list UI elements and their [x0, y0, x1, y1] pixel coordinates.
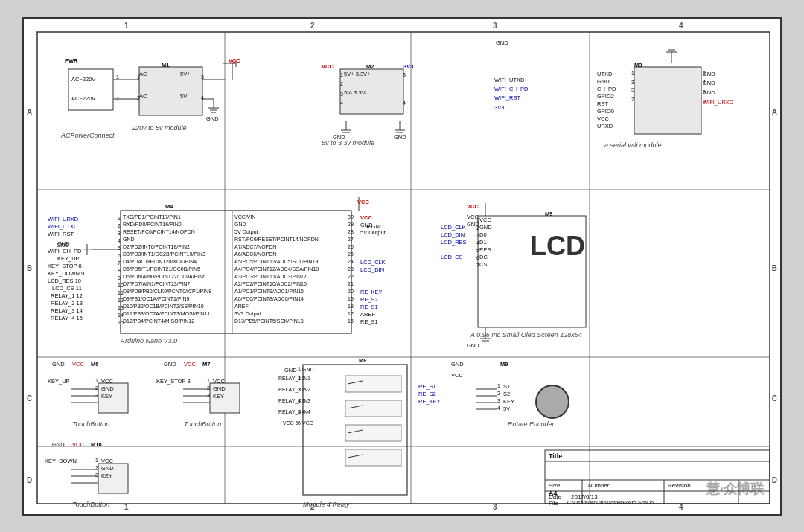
ard-d12: D12/PB4/PCINT4/MISO/PIN12 — [123, 318, 194, 324]
re-s1-out2: RE_S1 — [360, 318, 378, 325]
col-marker-1: 1 — [124, 22, 129, 30]
m1-ac2: AC — [139, 93, 147, 100]
ard-rp19: 19 — [348, 296, 354, 301]
m9-s2: S2 — [503, 391, 510, 397]
3v3-sig: 3V3 — [494, 104, 504, 111]
lcd-clk-l: LCD_CLK — [441, 224, 466, 231]
m3-vcc: VCC — [597, 115, 609, 122]
5v-ard-out: 5V Output — [360, 229, 386, 236]
m7-p3: 3 — [207, 393, 210, 398]
m2-5vp: 5V+ 3.3V+ — [344, 71, 370, 77]
lcd-vcc: VCC — [479, 217, 491, 223]
m7-p2: 2 — [207, 385, 210, 391]
m7-p1: 1 — [207, 378, 210, 383]
m8-pp6: 6 — [298, 420, 301, 426]
ard-rp18: 18 — [348, 304, 354, 309]
col-marker-bot-1: 1 — [124, 503, 129, 511]
gnd-b-dot: ● GND — [366, 223, 383, 230]
m3-gpio0: GPIO0 — [597, 108, 614, 115]
ard-p6: 6 — [118, 253, 121, 258]
revision-label: Revision — [668, 482, 691, 489]
file-value: C:\Users\arduinoMotherBoard.SchDo — [567, 500, 654, 505]
svg-rect-51 — [345, 376, 401, 392]
lcd-dc: DC — [479, 254, 488, 260]
row-marker-d: D — [27, 476, 32, 484]
ard-rp16: 16 — [348, 318, 354, 324]
re-s2-out: RE_S2 — [360, 296, 378, 303]
m2-p2: 2 — [340, 81, 343, 86]
gnd-m2r: GND — [394, 134, 406, 141]
ard-a2: A2/PC2/PCINT10/ADC2/PIN16 — [234, 281, 307, 286]
svg-point-63 — [536, 385, 569, 418]
ard-d13: D13/PB5/PCINT5/SCK/PIN13 — [234, 318, 304, 324]
relay4-b: RELAY_4 15 — [51, 315, 83, 321]
lcd-cs-b: LCD_CS 11 — [52, 285, 82, 292]
ac-section-label: ACPowerConnect — [61, 132, 115, 139]
ard-rp28: 28 — [348, 229, 354, 234]
m3-gnd3: GND — [703, 89, 715, 96]
date-value: 2017/6/13 — [571, 493, 598, 500]
relay3-b: RELAY_3 14 — [51, 307, 83, 314]
vcc-m6: VCC — [72, 361, 84, 368]
m9-p1: 1 — [497, 383, 500, 388]
m3-label: M3 — [634, 62, 642, 68]
ard-reset: RESET/PC6/PCINT14/NOPDN — [123, 229, 195, 234]
vcc-m7: VCC — [184, 361, 196, 368]
m8-relay3: RELAY_3 3 — [278, 398, 305, 403]
m10-vcc-p: VCC — [101, 458, 113, 464]
m2-p3: 3 — [340, 92, 343, 97]
re-key-m9: RE_KEY — [418, 398, 441, 405]
m10-p3: 3 — [95, 472, 98, 478]
ard-d5: D5/PD5/T1/PCINT21/OC0B/PIN5 — [123, 266, 200, 272]
wifi-rst-sig: WIFI_RST — [494, 94, 520, 101]
m7-desc: TouchButton — [184, 420, 221, 428]
relay2-b: RELAY_2 13 — [51, 300, 83, 307]
ard-p1: 1 — [118, 216, 121, 221]
gnd-m3-top: GND — [496, 39, 508, 46]
m1-p1: 1 — [137, 74, 140, 80]
m3-urxd: URXD — [597, 123, 613, 129]
lcd-clk-out: LCD_CLK — [360, 259, 386, 266]
m6-p1: 1 — [95, 378, 98, 383]
m8-pp4: 4 — [298, 398, 301, 403]
vcc-b: VCC — [357, 199, 369, 205]
ard-d10: D10/PB2/OC1B/PCINT2/SS/PIN10 — [123, 304, 204, 309]
m7-key-p: KEY — [213, 393, 224, 400]
m3-chpd: CH_PD — [597, 86, 616, 92]
ard-p4: 4 — [118, 238, 121, 243]
ard-5v-r: 5V Output — [234, 229, 258, 234]
m1-5vp: 5V+ — [180, 71, 191, 77]
wifi-rst-b: WIFI_RST — [48, 231, 74, 237]
m6-desc: TouchButton — [72, 420, 109, 428]
m10-desc: TouchButton — [72, 501, 109, 508]
lcd-desc: A 0.96 Inc Small Oled Screen 128x64 — [470, 331, 582, 339]
ard-a6: A6/ADC6/NOPDN — [234, 251, 276, 257]
m9-label: M9 — [500, 361, 508, 368]
re-s2-m9: RE_S2 — [418, 391, 436, 397]
m1-label: M1 — [162, 62, 169, 68]
m5-label: M5 — [545, 211, 552, 217]
svg-line-56 — [348, 430, 363, 433]
row-marker-b: B — [27, 264, 32, 272]
title-label: Title — [549, 452, 562, 460]
m3-rst: RST — [597, 100, 608, 107]
m9-s1: S1 — [503, 383, 510, 390]
svg-rect-53 — [345, 400, 401, 417]
ac2-pin: 2 — [116, 96, 119, 101]
row-marker-a: A — [27, 108, 32, 116]
m6-gnd-p: GND — [101, 385, 114, 392]
svg-rect-57 — [345, 449, 401, 466]
gnd-m8: GND — [284, 367, 297, 374]
m3-gnd: GND — [597, 78, 610, 85]
ard-rxd: RXD/PD0/PCINT16/PIN0 — [123, 222, 182, 227]
key-up-m6: KEY_UP — [48, 378, 70, 385]
ard-a0: A0/PC0/PCINT8/ADC0/PIN14 — [234, 296, 304, 301]
ard-d2: D2/PD2/INT0/PCINT18/PIN2 — [123, 244, 190, 249]
m2-p4r: 4 — [403, 100, 406, 106]
ard-rp29: 29 — [348, 222, 354, 227]
key-up-b: KEY_UP — [57, 255, 80, 262]
m8-in4: IN4 — [302, 409, 310, 414]
m10-label: M10 — [91, 441, 102, 448]
m8-pp5: 5 — [298, 409, 301, 414]
m8-pp2: 2 — [298, 376, 301, 381]
